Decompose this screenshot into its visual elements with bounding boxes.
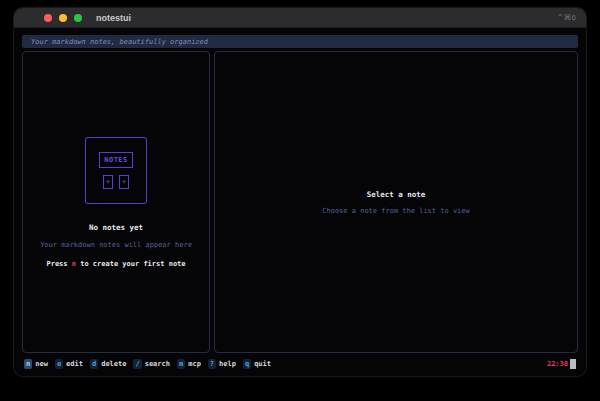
- terminal-window: notestui ⌃⌘6 Your markdown notes, beauti…: [14, 8, 586, 376]
- minimize-button[interactable]: [59, 14, 67, 22]
- keybinding-quit[interactable]: q quit: [243, 359, 271, 369]
- close-button[interactable]: [44, 14, 52, 22]
- keybinding-label: edit: [66, 360, 83, 368]
- key-question: ?: [208, 359, 216, 369]
- keybinding-label: mcp: [188, 360, 201, 368]
- preview-placeholder: Select a note Choose a note from the lis…: [215, 52, 577, 352]
- hint-prefix: Press: [46, 260, 71, 268]
- keybinding-label: delete: [101, 360, 126, 368]
- keybinding-list: n new e edit d delete / search m mcp: [24, 359, 271, 369]
- plus-note-icon: +: [103, 175, 113, 189]
- keybinding-label: help: [219, 360, 236, 368]
- logo-plus-row: + +: [103, 175, 129, 189]
- keybinding-mcp[interactable]: m mcp: [177, 359, 201, 369]
- status-bar: n new e edit d delete / search m mcp: [22, 357, 578, 371]
- keybinding-new[interactable]: n new: [24, 359, 48, 369]
- empty-state-title: No notes yet: [89, 223, 143, 232]
- keybinding-delete[interactable]: d delete: [90, 359, 127, 369]
- keybinding-label: search: [145, 360, 170, 368]
- clock: 22:38: [547, 360, 568, 368]
- key-d: d: [90, 359, 98, 369]
- key-slash: /: [133, 359, 141, 369]
- plus-note-icon: +: [119, 175, 129, 189]
- preview-placeholder-subtitle: Choose a note from the list to view: [322, 207, 470, 215]
- window-titlebar[interactable]: notestui ⌃⌘6: [14, 8, 586, 28]
- keybinding-label: quit: [254, 360, 271, 368]
- terminal-cursor: [570, 359, 576, 369]
- keybinding-search[interactable]: / search: [133, 359, 170, 369]
- app-header-bar: Your markdown notes, beautifully organiz…: [22, 35, 578, 48]
- preview-placeholder-title: Select a note: [367, 190, 426, 199]
- notes-list-panel[interactable]: NOTES + + No notes yet Your markdown not…: [22, 51, 210, 353]
- window-title: notestui: [96, 13, 131, 23]
- notes-logo-label: NOTES: [99, 152, 133, 168]
- key-n: n: [24, 359, 32, 369]
- key-e: e: [55, 359, 63, 369]
- notes-logo-icon: NOTES + +: [85, 137, 147, 204]
- traffic-lights: [44, 14, 82, 22]
- key-m: m: [177, 359, 185, 369]
- create-note-hint: Press n to create your first note: [46, 260, 185, 268]
- zoom-button[interactable]: [74, 14, 82, 22]
- empty-state-subtitle: Your markdown notes will appear here: [40, 241, 192, 249]
- main-panels: NOTES + + No notes yet Your markdown not…: [22, 51, 578, 353]
- terminal-content: Your markdown notes, beautifully organiz…: [14, 29, 586, 376]
- key-q: q: [243, 359, 251, 369]
- empty-state: NOTES + + No notes yet Your markdown not…: [23, 52, 209, 352]
- keybinding-edit[interactable]: e edit: [55, 359, 83, 369]
- app-tagline: Your markdown notes, beautifully organiz…: [31, 38, 208, 46]
- note-preview-panel[interactable]: Select a note Choose a note from the lis…: [214, 51, 578, 353]
- keybinding-help[interactable]: ? help: [208, 359, 236, 369]
- hint-suffix: to create your first note: [76, 260, 186, 268]
- window-shortcut-hint: ⌃⌘6: [557, 13, 576, 22]
- keybinding-label: new: [35, 360, 48, 368]
